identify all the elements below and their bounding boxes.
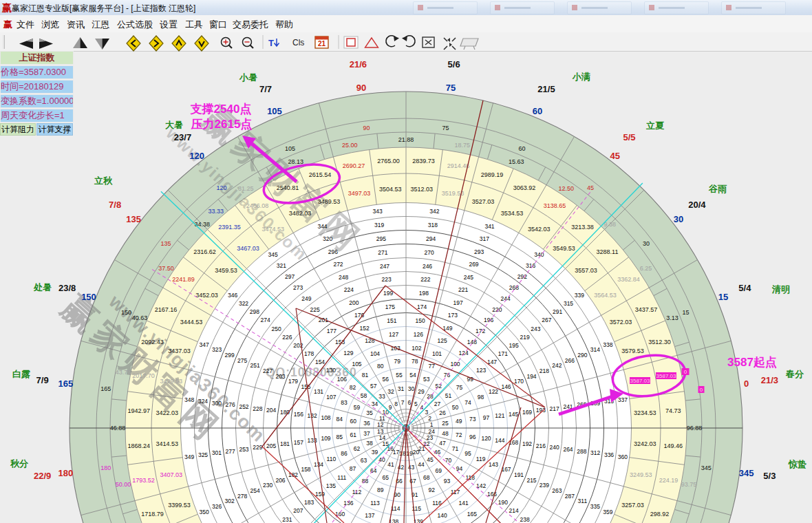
svg-text:264: 264 <box>563 446 573 453</box>
svg-text:348: 348 <box>184 396 194 403</box>
svg-text:43.75: 43.75 <box>116 369 131 376</box>
svg-text:11: 11 <box>379 415 385 422</box>
svg-text:272: 272 <box>333 261 343 268</box>
svg-text:240: 240 <box>550 444 559 451</box>
svg-text:70: 70 <box>445 457 452 464</box>
svg-text:31: 31 <box>398 385 405 392</box>
svg-text:29: 29 <box>418 388 425 395</box>
svg-text:3527.03: 3527.03 <box>472 198 495 205</box>
svg-text:32: 32 <box>387 388 394 395</box>
svg-text:2391.35: 2391.35 <box>218 224 241 231</box>
svg-text:3572.03: 3572.03 <box>610 319 632 325</box>
svg-text:293: 293 <box>474 248 484 255</box>
svg-text:141: 141 <box>459 500 469 506</box>
svg-text:224.19: 224.19 <box>659 477 679 484</box>
svg-text:35: 35 <box>366 409 373 416</box>
svg-text:3399.53: 3399.53 <box>168 502 191 509</box>
svg-text:316: 316 <box>526 262 535 269</box>
svg-text:19: 19 <box>406 450 413 457</box>
svg-text:3587.03: 3587.03 <box>630 378 650 384</box>
svg-text:292: 292 <box>517 273 527 280</box>
svg-text:214: 214 <box>509 507 519 514</box>
svg-text:47: 47 <box>439 440 446 447</box>
svg-text:2765.00: 2765.00 <box>377 158 400 164</box>
svg-text:38: 38 <box>366 440 373 447</box>
svg-text:3407.03: 3407.03 <box>160 471 182 478</box>
svg-text:3512.30: 3512.30 <box>648 339 671 345</box>
svg-text:122: 122 <box>489 388 498 395</box>
svg-text:81: 81 <box>362 372 369 378</box>
svg-text:21/6: 21/6 <box>350 59 367 70</box>
svg-text:175: 175 <box>385 303 395 310</box>
svg-text:98: 98 <box>478 394 484 401</box>
svg-text:229: 229 <box>253 444 262 451</box>
svg-text:1793.52: 1793.52 <box>132 477 155 484</box>
svg-text:350: 350 <box>200 509 209 515</box>
svg-text:20/4: 20/4 <box>688 200 706 210</box>
svg-text:74.73: 74.73 <box>665 407 681 414</box>
svg-text:146: 146 <box>501 383 511 390</box>
svg-text:150: 150 <box>416 317 425 324</box>
svg-text:2241.89: 2241.89 <box>172 276 195 283</box>
svg-text:222: 222 <box>420 276 430 283</box>
svg-text:45: 45 <box>610 151 620 161</box>
svg-text:192: 192 <box>522 440 532 447</box>
svg-text:346: 346 <box>228 292 237 299</box>
svg-text:102: 102 <box>412 345 421 352</box>
svg-text:93.75: 93.75 <box>681 481 697 488</box>
svg-text:惊蛰: 惊蛰 <box>788 459 806 469</box>
svg-text:121: 121 <box>495 412 504 419</box>
svg-text:21: 21 <box>318 40 326 47</box>
svg-text:324: 324 <box>198 398 208 405</box>
svg-text:135: 135 <box>126 214 141 224</box>
svg-text:87: 87 <box>350 465 356 472</box>
svg-text:3234.53: 3234.53 <box>634 409 656 416</box>
svg-text:50.00: 50.00 <box>116 481 131 488</box>
svg-text:3422.03: 3422.03 <box>156 409 178 416</box>
svg-text:177: 177 <box>327 328 336 334</box>
svg-text:24: 24 <box>428 428 435 435</box>
svg-text:41: 41 <box>387 461 394 468</box>
svg-text:2690.27: 2690.27 <box>343 162 365 169</box>
svg-text:238: 238 <box>520 516 530 523</box>
svg-text:172: 172 <box>476 328 485 334</box>
svg-text:33: 33 <box>378 393 385 400</box>
svg-text:127: 127 <box>389 331 398 338</box>
svg-text:60: 60 <box>350 418 356 425</box>
svg-text:30: 30 <box>674 214 683 224</box>
svg-text:154: 154 <box>315 359 325 365</box>
svg-text:165: 165 <box>58 378 73 389</box>
svg-text:245: 245 <box>464 274 473 281</box>
svg-text:秋分: 秋分 <box>10 458 29 469</box>
svg-text:71: 71 <box>452 445 459 452</box>
svg-text:112: 112 <box>352 489 362 495</box>
svg-text:2540.81: 2540.81 <box>277 184 299 191</box>
svg-text:110: 110 <box>327 456 336 462</box>
svg-text:174: 174 <box>417 303 427 310</box>
svg-text:317: 317 <box>480 235 489 242</box>
svg-text:274: 274 <box>261 317 270 323</box>
svg-text:7/7: 7/7 <box>259 84 272 94</box>
svg-text:216: 216 <box>536 442 546 449</box>
svg-text:108: 108 <box>321 414 330 421</box>
svg-text:3362.84: 3362.84 <box>617 276 640 283</box>
svg-text:90: 90 <box>356 83 366 93</box>
svg-text:205: 205 <box>266 442 276 449</box>
svg-text:302: 302 <box>225 498 235 504</box>
svg-text:37: 37 <box>363 430 370 437</box>
svg-text:342: 342 <box>429 208 439 215</box>
svg-text:93: 93 <box>444 478 451 484</box>
svg-text:76: 76 <box>444 372 451 378</box>
svg-text:178: 178 <box>304 350 314 357</box>
svg-text:204: 204 <box>266 407 276 414</box>
svg-text:白露: 白露 <box>12 369 30 379</box>
svg-text:252: 252 <box>239 403 248 410</box>
svg-text:3512.03: 3512.03 <box>411 186 434 193</box>
svg-text:2316.62: 2316.62 <box>193 248 216 255</box>
svg-text:支撑2540点: 支撑2540点 <box>190 103 252 116</box>
svg-text:7/8: 7/8 <box>109 200 121 210</box>
svg-text:3587起点: 3587起点 <box>727 356 777 369</box>
svg-text:34: 34 <box>372 401 378 407</box>
svg-text:5/6: 5/6 <box>448 59 460 70</box>
svg-text:27: 27 <box>434 401 441 407</box>
